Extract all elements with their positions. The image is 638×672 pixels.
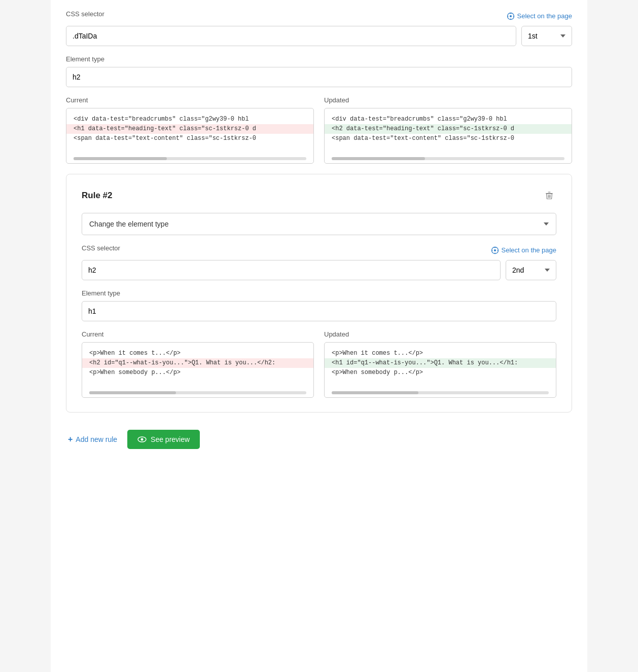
rule1-css-selector-header: CSS selector Select on the page	[66, 10, 572, 22]
eye-icon	[137, 435, 147, 444]
rule2-current-label: Current	[82, 330, 314, 338]
rule2-updated-panel: Updated <p>When it comes t...</p> <h1 id…	[324, 330, 556, 398]
see-preview-button[interactable]: See preview	[127, 430, 200, 449]
rule2-current-line-3: <p>When somebody p...</p>	[89, 368, 306, 378]
rule2-action-wrapper: Change the element type Change attribute…	[82, 213, 556, 235]
rule1-diff-container: Current <div data-test="breadcrumbs" cla…	[66, 96, 572, 164]
rule1-updated-panel: Updated <div data-test="breadcrumbs" cla…	[324, 96, 572, 164]
rule2-updated-box: <p>When it comes t...</p> <h1 id="q1--wh…	[324, 342, 556, 398]
rule1-updated-box: <div data-test="breadcrumbs" class="g2wy…	[324, 108, 572, 164]
rule1-current-label: Current	[66, 96, 314, 104]
rule1-updated-line-1: <div data-test="breadcrumbs" class="g2wy…	[332, 115, 564, 124]
bottom-bar: + Add new rule See preview	[66, 425, 572, 454]
rule2-updated-line-3: <p>When somebody p...</p>	[332, 368, 549, 378]
rule2-css-selector-header: CSS selector Select on the page	[82, 244, 556, 256]
crosshair-icon-2	[491, 246, 499, 254]
see-preview-label: See preview	[151, 435, 190, 443]
add-rule-label: Add new rule	[76, 435, 117, 443]
plus-icon: +	[68, 435, 73, 444]
rule1-element-type-label: Element type	[66, 55, 572, 63]
rule2-updated-scrollbar[interactable]	[332, 391, 549, 394]
svg-rect-7	[548, 192, 551, 193]
rule2-current-scrollbar[interactable]	[89, 391, 306, 394]
rule2-select-on-page-link[interactable]: Select on the page	[491, 246, 556, 254]
rule1-select-on-page-link[interactable]: Select on the page	[507, 12, 572, 20]
trash-icon	[544, 191, 554, 201]
rule1-element-type-input[interactable]	[66, 67, 572, 87]
rule2-section: Rule #2 Change the element type Change a…	[66, 174, 572, 413]
rule1-current-line-2: <h1 data-test="heading-text" class="sc-1…	[66, 124, 313, 134]
rule1-current-line-3: <span data-test="text-content" class="sc…	[74, 134, 306, 143]
rule2-updated-line-2: <h1 id="q1--what-is-you...">Q1. What is …	[325, 358, 556, 368]
rule2-current-box: <p>When it comes t...</p> <h2 id="q1--wh…	[82, 342, 314, 398]
rule2-current-line-1: <p>When it comes t...</p>	[89, 349, 306, 358]
rule2-action-select[interactable]: Change the element type Change attribute…	[82, 213, 556, 235]
rule1-updated-line-3: <span data-test="text-content" class="sc…	[332, 134, 564, 143]
rule2-current-panel: Current <p>When it comes t...</p> <h2 id…	[82, 330, 314, 398]
rule2-delete-button[interactable]	[542, 189, 556, 203]
rule2-occurrence-select[interactable]: 1st 2nd 3rd 4th	[506, 260, 556, 280]
rule1-current-line-1: <div data-test="breadcrumbs" class="g2wy…	[74, 115, 306, 124]
rule1-element-type-section: Element type	[66, 55, 572, 87]
rule1-css-selector-input[interactable]	[66, 26, 516, 46]
rule2-css-selector-input[interactable]	[82, 260, 501, 280]
rule2-css-selector-label: CSS selector	[82, 244, 120, 252]
rule2-diff-container: Current <p>When it comes t...</p> <h2 id…	[82, 330, 556, 398]
rule1-current-box: <div data-test="breadcrumbs" class="g2wy…	[66, 108, 314, 164]
rule1-css-input-row: 1st 2nd 3rd 4th	[66, 26, 572, 46]
rule1-current-scrollbar[interactable]	[74, 157, 306, 160]
rule1-css-selector-label: CSS selector	[66, 10, 104, 18]
rule2-current-line-2: <h2 id="q1--what-is-you...">Q1. What is …	[82, 358, 313, 368]
crosshair-icon	[507, 12, 515, 20]
page-container: CSS selector Select on the page 1st 2nd …	[51, 0, 587, 672]
svg-point-12	[494, 249, 496, 251]
svg-point-1	[510, 15, 512, 17]
rule2-updated-line-1: <p>When it comes t...</p>	[332, 349, 549, 358]
rule1-top-section: CSS selector Select on the page 1st 2nd …	[66, 10, 572, 174]
rule1-current-panel: Current <div data-test="breadcrumbs" cla…	[66, 96, 314, 164]
rule1-occurrence-select[interactable]: 1st 2nd 3rd 4th	[521, 26, 572, 46]
rule2-element-type-label: Element type	[82, 289, 556, 297]
rule1-updated-label: Updated	[324, 96, 572, 104]
svg-point-18	[141, 438, 144, 441]
rule2-element-type-section: Element type	[82, 289, 556, 321]
rule1-updated-scrollbar[interactable]	[332, 157, 564, 160]
rule2-css-input-row: 1st 2nd 3rd 4th	[82, 260, 556, 280]
add-rule-button[interactable]: + Add new rule	[66, 431, 119, 448]
rule2-header: Rule #2	[82, 189, 556, 203]
rule2-title: Rule #2	[82, 191, 112, 201]
rule2-element-type-input[interactable]	[82, 301, 556, 321]
rule2-updated-label: Updated	[324, 330, 556, 338]
rule1-updated-line-2: <h2 data-test="heading-text" class="sc-1…	[325, 124, 572, 134]
